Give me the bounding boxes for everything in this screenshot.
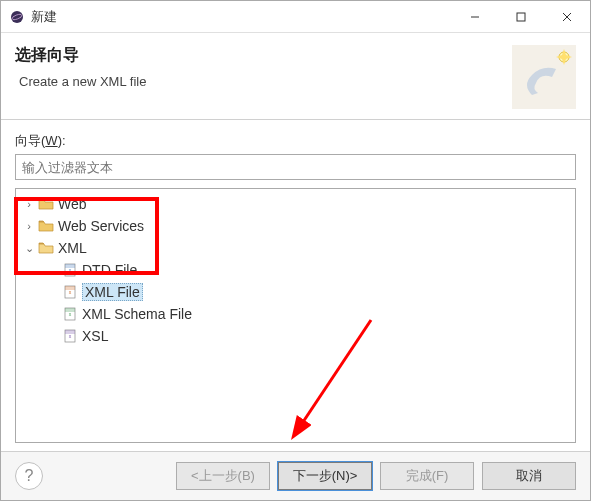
tree-folder[interactable]: ›Web <box>16 193 575 215</box>
header-title: 选择向导 <box>15 45 512 66</box>
tree-folder[interactable]: ⌄XML <box>16 237 575 259</box>
tree-item-label: XML <box>58 240 87 256</box>
folder-icon <box>38 241 54 255</box>
back-button[interactable]: <上一步(B) <box>176 462 270 490</box>
expand-toggle-icon[interactable]: ⌄ <box>22 242 36 255</box>
tree-item-label: DTD File <box>82 262 137 278</box>
folder-icon <box>38 219 54 233</box>
dialog-footer: ? <上一步(B) 下一步(N)> 完成(F) 取消 <box>1 451 590 500</box>
cancel-button[interactable]: 取消 <box>482 462 576 490</box>
close-button[interactable] <box>544 2 590 32</box>
titlebar: 新建 <box>1 1 590 33</box>
expand-toggle-icon[interactable]: › <box>22 220 36 232</box>
maximize-button[interactable] <box>498 2 544 32</box>
dialog-content: 向导(W): ›Web›Web Services⌄XMLxDTD FilexXM… <box>1 120 590 451</box>
next-button[interactable]: 下一步(N)> <box>278 462 372 490</box>
help-button[interactable]: ? <box>15 462 43 490</box>
tree-item-label: XSL <box>82 328 108 344</box>
svg-rect-3 <box>517 13 525 21</box>
tree-item-label: Web Services <box>58 218 144 234</box>
tree-file[interactable]: xXML Schema File <box>16 303 575 325</box>
minimize-button[interactable] <box>452 2 498 32</box>
finish-button[interactable]: 完成(F) <box>380 462 474 490</box>
header-text: 选择向导 Create a new XML file <box>15 45 512 89</box>
wizard-tree[interactable]: ›Web›Web Services⌄XMLxDTD FilexXML Filex… <box>15 188 576 443</box>
file-icon: x <box>62 307 78 321</box>
eclipse-icon <box>9 9 25 25</box>
tree-item-label: XML File <box>82 283 143 301</box>
header-subtitle: Create a new XML file <box>19 74 512 89</box>
window-controls <box>452 2 590 32</box>
tree-file[interactable]: xXML File <box>16 281 575 303</box>
dialog-window: 新建 选择向导 Create a new XML file 向导(W): ›We… <box>0 0 591 501</box>
file-icon: x <box>62 329 78 343</box>
wizard-banner-icon <box>512 45 576 109</box>
folder-icon <box>38 197 54 211</box>
tree-folder[interactable]: ›Web Services <box>16 215 575 237</box>
file-icon: x <box>62 263 78 277</box>
file-icon: x <box>62 285 78 299</box>
tree-file[interactable]: xXSL <box>16 325 575 347</box>
filter-input[interactable] <box>15 154 576 180</box>
tree-file[interactable]: xDTD File <box>16 259 575 281</box>
dialog-header: 选择向导 Create a new XML file <box>1 33 590 120</box>
tree-item-label: Web <box>58 196 87 212</box>
window-title: 新建 <box>31 8 452 26</box>
expand-toggle-icon[interactable]: › <box>22 198 36 210</box>
wizard-label: 向导(W): <box>15 132 576 150</box>
tree-item-label: XML Schema File <box>82 306 192 322</box>
